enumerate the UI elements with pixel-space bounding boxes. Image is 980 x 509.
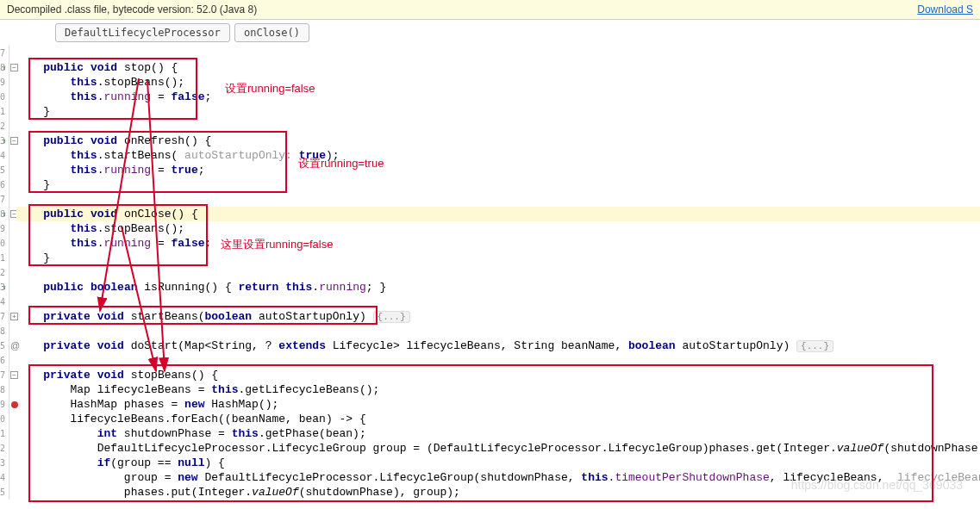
code-line[interactable]: this.running = false; xyxy=(16,90,980,104)
breadcrumb-class[interactable]: DefaultLifecycleProcessor xyxy=(55,23,230,42)
folded-region[interactable]: {...} xyxy=(373,311,410,323)
code-line[interactable]: this.running = true; xyxy=(16,163,980,177)
override-marker-icon[interactable]: ⬆ xyxy=(3,134,7,149)
override-marker-icon[interactable]: ⬆ xyxy=(3,61,7,76)
code-line[interactable]: if(group == null) { xyxy=(16,456,980,470)
code-editor: 7 8⬆ 9 0 1 2 3⬆ 4 5 6 7 8⬆ 9 0 1 2 3⬆ 4 … xyxy=(0,46,980,500)
code-line[interactable]: } xyxy=(16,251,980,265)
code-line[interactable]: this.stopBeans(); xyxy=(16,221,980,236)
code-line[interactable]: public void onRefresh() { xyxy=(16,133,980,148)
code-line[interactable]: } xyxy=(16,177,980,192)
code-line[interactable]: } xyxy=(16,104,980,119)
override-marker-icon[interactable]: ⬆ xyxy=(3,208,7,222)
code-line[interactable]: private void doStart(Map<String, ? exten… xyxy=(16,338,980,353)
line-number-gutter: 7 8⬆ 9 0 1 2 3⬆ 4 5 6 7 8⬆ 9 0 1 2 3⬆ 4 … xyxy=(0,46,9,500)
code-line[interactable]: HashMap phases = new HashMap(); xyxy=(16,397,980,412)
code-line[interactable]: this.running = false; xyxy=(16,236,980,251)
code-line[interactable]: Map lifecycleBeans = this.getLifecycleBe… xyxy=(16,382,980,397)
code-line-current[interactable]: public void onClose() { xyxy=(16,207,980,221)
breadcrumb-method[interactable]: onClose() xyxy=(234,23,309,42)
code-line[interactable]: private void stopBeans() { xyxy=(16,368,980,382)
code-line[interactable]: public boolean isRunning() { return this… xyxy=(16,280,980,295)
override-marker-icon[interactable]: ⬆ xyxy=(3,281,7,295)
banner-text: Decompiled .class file, bytecode version… xyxy=(7,3,257,16)
code-line[interactable]: lifecycleBeans.forEach((beanName, bean) … xyxy=(16,412,980,426)
folded-region[interactable]: {...} xyxy=(796,340,833,352)
code-body[interactable]: public void stop() { this.stopBeans(); t… xyxy=(9,46,980,500)
watermark: https://blog.csdn.net/qq_369033 xyxy=(791,478,963,492)
decompiled-banner: Decompiled .class file, bytecode version… xyxy=(0,0,980,20)
code-line[interactable]: private void startBeans(boolean autoStar… xyxy=(16,309,980,324)
breadcrumb: DefaultLifecycleProcessor onClose() xyxy=(0,20,980,46)
code-line[interactable]: public void stop() { xyxy=(16,60,980,75)
download-link[interactable]: Download S xyxy=(917,3,973,16)
code-line[interactable]: this.stopBeans(); xyxy=(16,75,980,90)
code-line[interactable]: this.startBeans( autoStartupOnly: true); xyxy=(16,148,980,163)
code-line[interactable]: int shutdownPhase = this.getPhase(bean); xyxy=(16,426,980,441)
code-line[interactable]: DefaultLifecycleProcessor.LifecycleGroup… xyxy=(16,441,980,456)
